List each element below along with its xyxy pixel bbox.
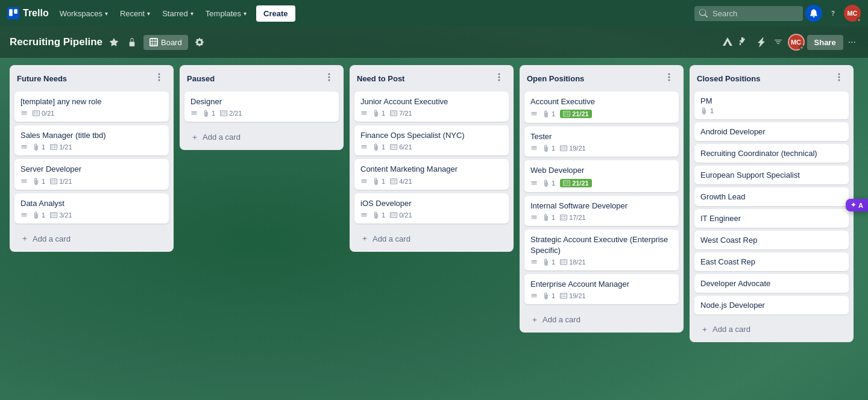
column-title: Future Needs [17, 74, 67, 83]
column-need-to-post: Need to PostJunior Account Executive17/2… [350, 65, 514, 252]
share-button[interactable]: Share [807, 35, 843, 50]
workspaces-menu[interactable]: Workspaces ▾ [55, 7, 113, 20]
search-input[interactable] [694, 6, 803, 21]
chevron-down-icon: ▾ [190, 10, 193, 17]
board-view-button[interactable]: Board [143, 35, 188, 50]
customize-board-button[interactable] [193, 36, 206, 49]
card-title: Enterprise Account Manager [530, 279, 673, 290]
starred-menu[interactable]: Starred ▾ [157, 7, 198, 20]
card[interactable]: Data Analyst13/21 [14, 193, 169, 223]
card-title: Strategic Account Executive (Enterprise … [530, 234, 673, 256]
card-slim[interactable]: PM1 [694, 92, 849, 119]
card-slim[interactable]: Developer Advocate [694, 274, 849, 293]
checklist-label: 2/21 [229, 110, 242, 117]
card[interactable]: iOS Developer10/21 [354, 193, 509, 223]
card-slim[interactable]: Android Developer [694, 122, 849, 141]
card-title: Web Developer [530, 165, 673, 176]
card[interactable]: Account Executive121/21 [524, 92, 679, 123]
plus-icon [360, 234, 369, 243]
column-menu-button[interactable] [662, 71, 676, 86]
templates-menu[interactable]: Templates ▾ [201, 7, 251, 20]
app-name: Trello [23, 8, 49, 19]
help-button[interactable] [825, 5, 841, 22]
checklist-label: 19/21 [569, 292, 586, 299]
add-card-button[interactable]: Add a card [524, 311, 679, 328]
card[interactable]: Junior Account Executive17/21 [354, 92, 509, 122]
card-meta: 13/21 [20, 211, 163, 219]
add-card-button[interactable]: Add a card [694, 321, 849, 337]
card-title: [template] any new role [20, 96, 163, 107]
card[interactable]: Web Developer121/21 [524, 160, 679, 192]
card[interactable]: Designer12/21 [184, 92, 339, 122]
add-card-button[interactable]: Add a card [184, 129, 339, 145]
ai-translate-badge[interactable]: ✦ A [846, 199, 868, 211]
avatar[interactable]: MC [844, 5, 861, 22]
member-avatar[interactable]: MC [788, 34, 805, 51]
slim-card-meta: 1 [700, 107, 843, 114]
workspace-visibility-button[interactable] [125, 36, 139, 49]
card-lines-icon [530, 180, 538, 187]
card[interactable]: Server Developer11/21 [14, 159, 169, 189]
card-slim[interactable]: Node.js Developer [694, 296, 849, 314]
card-slim[interactable]: Growth Lead [694, 187, 849, 206]
card-title: Tester [530, 131, 673, 142]
column-cards-paused: Designer12/21 [180, 89, 344, 128]
card-checklist: 4/21 [390, 178, 412, 185]
card[interactable]: Content Marketing Manager14/21 [354, 159, 509, 189]
column-menu-button[interactable] [152, 71, 166, 86]
card-lines-icon [530, 214, 538, 221]
column-header-open-positions: Open Positions [520, 65, 684, 89]
card-lines-icon [530, 110, 538, 117]
more-options-button[interactable]: ··· [846, 34, 858, 50]
power-ups-button[interactable] [737, 35, 752, 49]
add-card-button[interactable]: Add a card [354, 231, 509, 247]
google-drive-button[interactable] [720, 35, 735, 49]
card-meta: 11/21 [20, 178, 163, 185]
card-lines-icon [360, 211, 368, 219]
automation-button[interactable] [754, 35, 769, 49]
card-slim[interactable]: European Support Specialist [694, 166, 849, 184]
card[interactable]: Enterprise Account Manager119/21 [524, 274, 679, 304]
card-attachment: 1 [542, 258, 555, 266]
card-checklist-badge: 21/21 [560, 110, 592, 118]
checklist-label: 6/21 [399, 143, 412, 151]
column-menu-button[interactable] [832, 71, 846, 86]
column-title: Need to Post [357, 74, 404, 83]
card-slim[interactable]: East Coast Rep [694, 252, 849, 271]
add-card-button[interactable]: Add a card [14, 231, 169, 247]
recent-menu[interactable]: Recent ▾ [115, 7, 155, 20]
lightning-icon [756, 37, 766, 47]
bell-icon [810, 9, 818, 17]
filter-button[interactable] [771, 35, 785, 49]
card-meta: 118/21 [530, 258, 673, 266]
card-checklist: 7/21 [390, 110, 412, 117]
card-meta: 121/21 [530, 110, 673, 118]
create-button[interactable]: Create [256, 5, 295, 22]
card-slim[interactable]: Recruiting Coordinator (technical) [694, 144, 849, 163]
star-board-button[interactable] [107, 36, 121, 49]
card-slim[interactable]: IT Engineer [694, 209, 849, 228]
card-slim[interactable]: West Coast Rep [694, 231, 849, 249]
notifications-button[interactable] [805, 5, 822, 22]
column-menu-button[interactable] [322, 71, 336, 86]
card-attachment: 1 [542, 292, 555, 299]
filter-icon [773, 37, 783, 47]
card-meta: 117/21 [530, 214, 673, 221]
card-meta: 17/21 [360, 110, 503, 117]
card[interactable]: Sales Manager (title tbd)11/21 [14, 125, 169, 155]
card[interactable]: [template] any new role0/21 [14, 92, 169, 122]
column-menu-button[interactable] [492, 71, 506, 86]
column-header-closed-positions: Closed Positions [690, 65, 854, 89]
app-logo[interactable]: Trello [7, 7, 49, 19]
card[interactable]: Finance Ops Specialist (NYC)16/21 [354, 125, 509, 155]
attachment-count: 1 [552, 292, 555, 299]
card-attachment: 1 [203, 110, 215, 117]
card[interactable]: Internal Software Developer117/21 [524, 196, 679, 226]
card-meta: 11/21 [20, 143, 163, 151]
card[interactable]: Tester119/21 [524, 127, 679, 157]
checklist-label: 21/21 [572, 110, 589, 117]
board-header: Recruiting Pipeline Board [0, 27, 868, 58]
plus-icon [530, 316, 539, 324]
attachment-count: 1 [382, 110, 385, 117]
card[interactable]: Strategic Account Executive (Enterprise … [524, 230, 679, 270]
